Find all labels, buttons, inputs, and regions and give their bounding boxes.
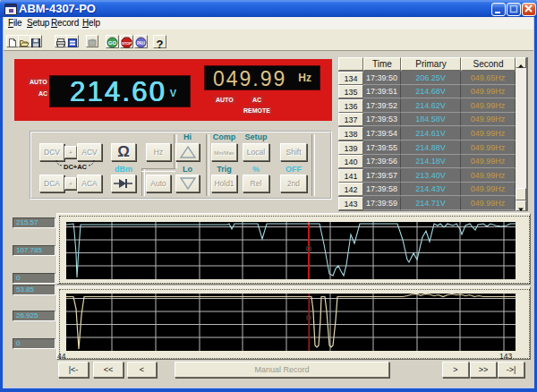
svg-text:GO: GO — [108, 40, 117, 46]
svg-text:PAU: PAU — [137, 41, 145, 46]
svg-text:STOP: STOP — [122, 41, 132, 46]
svg-text:DC+AC: DC+AC — [64, 163, 88, 171]
